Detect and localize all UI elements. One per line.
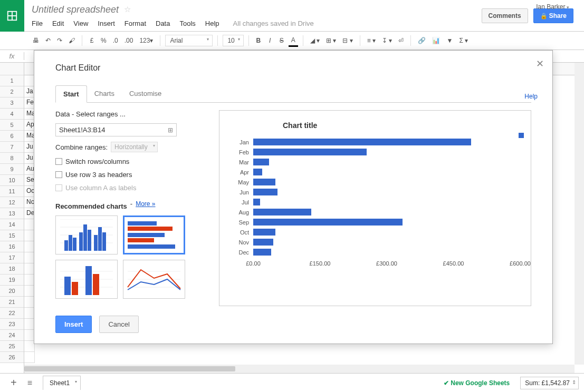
sheets-logo[interactable]: [0, 0, 24, 32]
cell[interactable]: Au: [24, 164, 35, 175]
font-family-select[interactable]: Arial: [165, 35, 213, 46]
row-header[interactable]: 13: [0, 208, 24, 219]
row-header[interactable]: 17: [0, 252, 24, 263]
percent-format[interactable]: %: [99, 35, 109, 46]
row-header[interactable]: 14: [0, 219, 24, 230]
row-header[interactable]: 10: [0, 175, 24, 186]
row-header[interactable]: 15: [0, 230, 24, 241]
menu-file[interactable]: File: [32, 19, 43, 27]
strikethrough-icon[interactable]: S: [277, 35, 286, 46]
italic-icon[interactable]: I: [265, 35, 275, 46]
menu-tools[interactable]: Tools: [179, 19, 195, 27]
row-header[interactable]: 7: [0, 142, 24, 153]
row-header[interactable]: 22: [0, 308, 24, 319]
row-header[interactable]: 9: [0, 164, 24, 175]
row-header[interactable]: 5: [0, 120, 24, 131]
cell[interactable]: Se: [24, 175, 35, 186]
cell[interactable]: [24, 230, 35, 241]
cell[interactable]: [24, 319, 35, 330]
row-header[interactable]: 4: [0, 109, 24, 120]
checkbox-icon[interactable]: [55, 158, 62, 165]
close-icon[interactable]: ✕: [536, 58, 544, 70]
cell[interactable]: [24, 330, 35, 341]
cell[interactable]: Ma: [24, 131, 35, 142]
combine-select[interactable]: Horizontally: [111, 142, 158, 152]
star-icon[interactable]: ☆: [124, 5, 131, 14]
sheet-tab[interactable]: Sheet1: [43, 376, 81, 390]
filter-icon[interactable]: ▼: [444, 35, 455, 46]
borders-icon[interactable]: ⊞ ▾: [324, 35, 338, 46]
increase-decimal[interactable]: .00: [122, 35, 136, 46]
cell[interactable]: Ju: [24, 153, 35, 164]
tab-customise[interactable]: Customise: [122, 85, 169, 102]
cell[interactable]: Ju: [24, 142, 35, 153]
row-header[interactable]: 8: [0, 153, 24, 164]
menu-help[interactable]: Help: [205, 19, 219, 27]
menu-format[interactable]: Format: [125, 19, 146, 27]
user-menu[interactable]: Ian Barker: [536, 3, 569, 11]
add-sheet-icon[interactable]: +: [5, 377, 22, 389]
row-header[interactable]: 2: [0, 86, 24, 97]
switch-rows-option[interactable]: Switch rows/columns: [55, 158, 198, 165]
cell[interactable]: [24, 352, 35, 363]
chart-thumb-grouped-column[interactable]: [55, 260, 118, 299]
vertical-scrollbar[interactable]: [575, 63, 584, 365]
fill-color-icon[interactable]: ◢ ▾: [308, 35, 322, 46]
row-header[interactable]: 11: [0, 186, 24, 197]
menu-insert[interactable]: Insert: [98, 19, 115, 27]
select-range-icon[interactable]: ⊞: [168, 126, 173, 134]
row-header[interactable]: 21: [0, 297, 24, 308]
cell[interactable]: [24, 275, 35, 286]
chart-thumb-column[interactable]: [55, 215, 118, 254]
comments-button[interactable]: Comments: [482, 8, 528, 23]
v-align-icon[interactable]: ↧ ▾: [380, 35, 394, 46]
cell[interactable]: No: [24, 197, 35, 208]
row-header[interactable]: 3: [0, 97, 24, 109]
insert-button[interactable]: Insert: [55, 316, 92, 333]
menu-view[interactable]: View: [73, 19, 88, 27]
h-align-icon[interactable]: ≡ ▾: [365, 35, 378, 46]
text-color-icon[interactable]: A: [289, 35, 298, 47]
paint-format-icon[interactable]: 🖌: [66, 35, 77, 46]
cell[interactable]: [24, 341, 35, 352]
chart-thumb-line[interactable]: [123, 260, 185, 299]
row-header[interactable]: 20: [0, 286, 24, 297]
menu-edit[interactable]: Edit: [52, 19, 64, 27]
insert-chart-icon[interactable]: 📊: [430, 35, 442, 46]
horizontal-scrollbar[interactable]: [24, 365, 575, 373]
cell[interactable]: [24, 219, 35, 230]
insert-link-icon[interactable]: 🔗: [416, 35, 428, 46]
new-sheets-badge[interactable]: New Google Sheets: [444, 379, 510, 387]
tab-charts[interactable]: Charts: [87, 85, 122, 102]
all-sheets-icon[interactable]: ≡: [22, 378, 37, 388]
row-header[interactable]: 1: [0, 75, 24, 86]
cell[interactable]: [24, 308, 35, 319]
row-header[interactable]: 19: [0, 275, 24, 286]
help-link[interactable]: Help: [524, 93, 538, 100]
font-size-select[interactable]: 10: [223, 35, 243, 46]
currency-format[interactable]: £: [87, 35, 97, 46]
chart-thumb-bar[interactable]: [123, 215, 185, 254]
row-header[interactable]: 26: [0, 352, 24, 363]
row-header[interactable]: 12: [0, 197, 24, 208]
undo-icon[interactable]: ↶: [43, 35, 53, 46]
cell[interactable]: [24, 75, 35, 86]
row-header[interactable]: 6: [0, 131, 24, 142]
cancel-button[interactable]: Cancel: [99, 316, 138, 333]
doc-title[interactable]: Untitled spreadsheet: [32, 4, 119, 15]
cell[interactable]: De: [24, 208, 35, 219]
merge-cells-icon[interactable]: ⊟ ▾: [340, 35, 355, 46]
wrap-text-icon[interactable]: ⏎: [396, 35, 406, 46]
redo-icon[interactable]: ↷: [55, 35, 64, 46]
cell[interactable]: [24, 241, 35, 252]
menu-data[interactable]: Data: [156, 19, 170, 27]
row3-headers-option[interactable]: Use row 3 as headers: [55, 171, 198, 179]
row-header[interactable]: 24: [0, 330, 24, 341]
sum-display[interactable]: Sum: £1,542.87: [520, 377, 579, 389]
row-header[interactable]: 18: [0, 263, 24, 275]
cell[interactable]: [24, 297, 35, 308]
row-header[interactable]: 25: [0, 341, 24, 352]
print-icon[interactable]: 🖶: [31, 35, 41, 46]
cell[interactable]: Ma: [24, 109, 35, 120]
cell[interactable]: [24, 263, 35, 275]
